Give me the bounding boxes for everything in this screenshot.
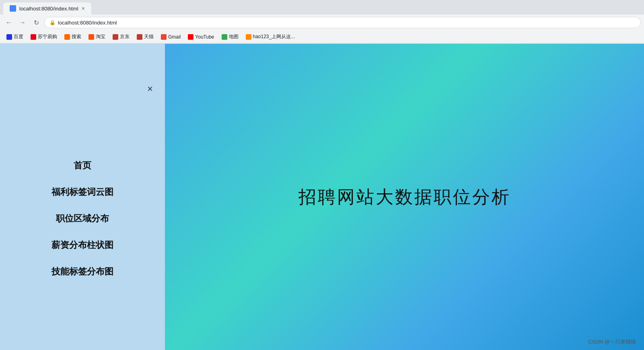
reload-button[interactable]: ↻ [31,17,42,28]
lock-icon: 🔒 [49,20,56,25]
tab-favicon [10,5,16,12]
bookmark-baidu[interactable]: 百度 [3,32,27,42]
jd-favicon [113,34,118,40]
forward-button[interactable]: → [17,17,28,28]
hero-title: 招聘网站大数据职位分析 [298,185,511,209]
youtube-label: YouTube [195,34,214,40]
sidebar: × 首页 福利标签词云图 职位区域分布 薪资分布柱状图 技能标签分布图 [0,44,165,350]
suning-label: 苏宁易购 [38,33,57,40]
nav-job-region[interactable]: 职位区域分布 [48,209,117,228]
hao123-label: hao123_上网从这... [253,33,295,40]
nav-home[interactable]: 首页 [66,156,99,175]
gmail-favicon [161,34,167,40]
search-favicon [64,34,70,40]
bookmarks-bar: 百度 苏宁易购 搜索 淘宝 京东 天猫 Gmail YouTube [0,31,644,43]
hero-section: 招聘网站大数据职位分析 CSDN @一只笨猫猫 [165,44,644,350]
main-content: × 首页 福利标签词云图 职位区域分布 薪资分布柱状图 技能标签分布图 招聘网站… [0,44,644,350]
tab-title: localhost:8080/index.html [19,6,78,12]
maps-favicon [222,34,227,40]
baidu-label: 百度 [14,33,23,40]
nav-welfare-wordcloud[interactable]: 福利标签词云图 [43,183,121,201]
footer-attribution: CSDN @一只笨猫猫 [588,338,636,346]
taobao-label: 淘宝 [96,33,105,40]
address-box[interactable]: 🔒 localhost:8080/index.html [44,17,641,28]
gmail-label: Gmail [168,34,181,40]
suning-favicon [31,34,36,40]
bookmark-suning[interactable]: 苏宁易购 [27,32,60,42]
tmall-favicon [137,34,142,40]
nav-menu: 首页 福利标签词云图 职位区域分布 薪资分布柱状图 技能标签分布图 [0,156,165,281]
tab-bar: localhost:8080/index.html × [0,0,644,14]
bookmark-taobao[interactable]: 淘宝 [85,32,109,42]
baidu-favicon [6,34,12,40]
back-button[interactable]: ← [3,17,14,28]
close-sidebar-button[interactable]: × [147,84,153,94]
address-text: localhost:8080/index.html [58,20,117,26]
bookmark-youtube[interactable]: YouTube [185,33,217,41]
address-bar-row: ← → ↻ 🔒 localhost:8080/index.html [0,14,644,31]
bookmark-tmall[interactable]: 天猫 [134,32,157,42]
browser-chrome: localhost:8080/index.html × ← → ↻ 🔒 loca… [0,0,644,44]
active-tab[interactable]: localhost:8080/index.html × [3,2,91,14]
bookmark-search[interactable]: 搜索 [61,32,84,42]
search-label: 搜索 [72,33,81,40]
youtube-favicon [188,34,193,40]
tmall-label: 天猫 [144,33,154,40]
tab-close-button[interactable]: × [82,5,85,12]
maps-label: 地图 [229,33,239,40]
nav-skill-chart[interactable]: 技能标签分布图 [43,262,121,281]
bookmark-maps[interactable]: 地图 [218,32,242,42]
bookmark-gmail[interactable]: Gmail [158,33,184,41]
bookmark-jd[interactable]: 京东 [109,32,133,42]
bookmark-hao123[interactable]: hao123_上网从这... [243,32,298,42]
nav-salary-chart[interactable]: 薪资分布柱状图 [43,236,121,254]
hao123-favicon [246,34,251,40]
jd-label: 京东 [120,33,130,40]
taobao-favicon [88,34,94,40]
